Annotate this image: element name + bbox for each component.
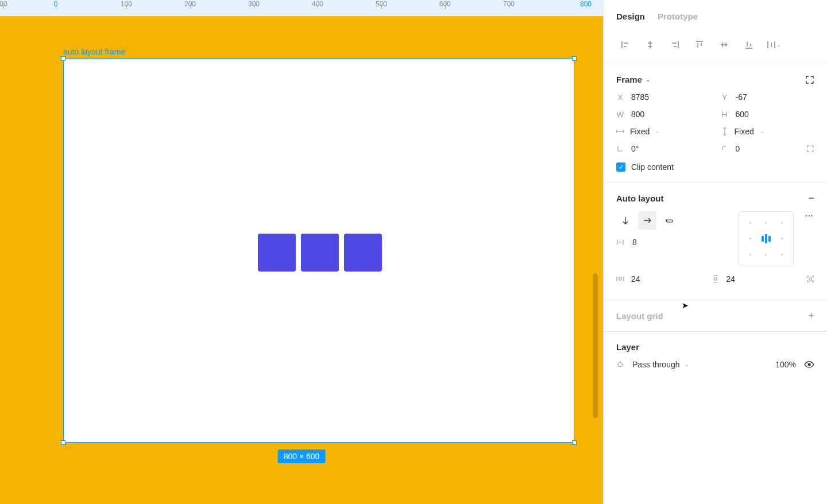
alignment-box[interactable] <box>739 211 794 266</box>
ruler-tick: 400 <box>318 0 329 8</box>
independent-padding-button[interactable] <box>806 275 814 283</box>
clip-content-label: Clip content <box>631 162 674 172</box>
frame-children <box>258 234 382 272</box>
align-right-button[interactable] <box>664 36 685 53</box>
checkbox-checked-icon: ✓ <box>616 162 625 172</box>
properties-panel: Design Prototype ⌄ Frame ⌄ X8785 Y-67 W8… <box>603 0 827 504</box>
ruler-tick: 700 <box>509 0 520 8</box>
chevron-down-icon: ⌄ <box>685 362 689 367</box>
direction-horizontal-button[interactable] <box>638 211 656 230</box>
ruler-tick: 00 <box>3 0 11 8</box>
layer-title: Layer <box>616 342 639 352</box>
align-bottom-button[interactable] <box>739 36 759 53</box>
canvas[interactable]: 000100200300400500600700800 auto layout … <box>0 0 603 504</box>
frame-section: Frame ⌄ X8785 Y-67 W800 H600 Fixed⌄ Fixe… <box>604 64 827 183</box>
distribute-button[interactable]: ⌄ <box>763 36 784 53</box>
panel-tabs: Design Prototype <box>604 0 827 30</box>
independent-corners-button[interactable] <box>806 145 814 153</box>
selection-size-badge: 800 × 600 <box>278 449 326 463</box>
ruler-tick: 100 <box>126 0 138 8</box>
y-position[interactable]: Y-67 <box>721 92 815 102</box>
ruler-tick: 500 <box>381 0 393 8</box>
autolayout-advanced-button[interactable]: ⋯ <box>805 211 814 266</box>
resize-handle-bl[interactable] <box>61 440 65 445</box>
tab-design[interactable]: Design <box>616 11 645 21</box>
rectangle-3[interactable] <box>344 234 382 272</box>
align-v-center-button[interactable] <box>714 36 735 53</box>
frame-label[interactable]: auto layout frame <box>63 47 125 56</box>
align-h-center-button[interactable] <box>640 36 660 53</box>
rotation[interactable]: 0° <box>616 144 710 153</box>
chevron-down-icon: ⌄ <box>646 76 650 83</box>
autolayout-title: Auto layout <box>616 193 664 203</box>
gap-icon <box>616 238 624 246</box>
canvas-scrollbar-vertical[interactable] <box>593 273 598 418</box>
frame-section-title[interactable]: Frame ⌄ <box>616 75 650 84</box>
vertical-padding[interactable]: 24 <box>712 274 799 284</box>
rectangle-1[interactable] <box>258 234 296 272</box>
horizontal-resizing[interactable]: Fixed⌄ <box>616 127 710 136</box>
horizontal-resize-icon <box>616 127 624 135</box>
ruler-tick: 600 <box>445 0 457 8</box>
direction-vertical-button[interactable] <box>616 211 635 230</box>
chevron-down-icon: ⌄ <box>760 129 764 134</box>
gap-between-items[interactable]: 8 <box>616 238 727 247</box>
direction-wrap-button[interactable] <box>660 211 678 230</box>
layout-grid-title: Layout grid <box>616 311 663 321</box>
blend-mode-icon <box>616 360 624 369</box>
angle-icon <box>616 145 624 153</box>
horizontal-padding-icon <box>616 275 624 283</box>
ruler-tick: 800 <box>586 0 597 8</box>
resize-handle-tl[interactable] <box>61 56 65 61</box>
x-position[interactable]: X8785 <box>616 92 710 102</box>
blend-mode-select[interactable]: Pass through ⌄ <box>632 360 767 369</box>
alignment-controls: ⌄ <box>604 30 827 64</box>
ruler-tick: 200 <box>190 0 202 8</box>
align-left-button[interactable] <box>615 36 636 53</box>
tab-prototype[interactable]: Prototype <box>658 11 698 21</box>
horizontal-padding[interactable]: 24 <box>616 274 704 284</box>
clip-content-checkbox[interactable]: ✓ Clip content <box>616 162 814 172</box>
svg-point-0 <box>808 363 811 366</box>
width[interactable]: W800 <box>616 110 710 119</box>
chevron-down-icon: ⌄ <box>655 129 660 134</box>
ruler-tick: 300 <box>254 0 265 8</box>
corner-radius[interactable]: 0 <box>721 144 815 153</box>
layout-grid-section: Layout grid + <box>604 300 827 332</box>
blend-mode-value: Pass through <box>632 360 680 369</box>
align-top-button[interactable] <box>689 36 710 53</box>
resize-handle-tr[interactable] <box>572 56 577 61</box>
layer-section: Layer Pass through ⌄ 100% <box>604 332 827 379</box>
corner-radius-icon <box>721 145 729 153</box>
ruler-horizontal: 000100200300400500600700800 <box>0 0 603 16</box>
vertical-resizing[interactable]: Fixed⌄ <box>721 127 815 136</box>
visibility-toggle[interactable] <box>804 361 814 368</box>
alignment-center-center[interactable] <box>758 231 774 246</box>
height[interactable]: H600 <box>721 110 815 119</box>
resize-to-fit-button[interactable] <box>805 75 814 84</box>
opacity-value[interactable]: 100% <box>775 360 796 369</box>
vertical-resize-icon <box>721 127 729 135</box>
frame-title-label: Frame <box>616 75 642 84</box>
autolayout-section: Auto layout − 8 <box>604 183 827 300</box>
ruler-tick: 0 <box>56 0 60 8</box>
resize-handle-br[interactable] <box>572 440 577 445</box>
rectangle-2[interactable] <box>301 234 339 272</box>
remove-autolayout-button[interactable]: − <box>808 193 814 203</box>
vertical-padding-icon <box>712 275 720 283</box>
selected-frame[interactable] <box>63 59 574 443</box>
add-layout-grid-button[interactable]: + <box>808 311 814 321</box>
